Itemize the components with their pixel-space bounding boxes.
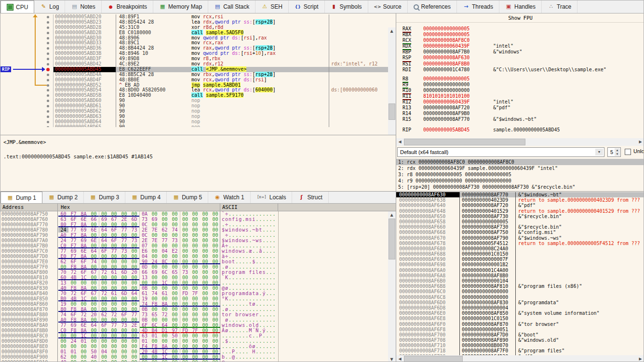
dump-hex-bytes[interactable]: 636F6E6669672E6D7369000000000000 xyxy=(58,217,220,222)
register-value[interactable]: 0000000000000000 xyxy=(423,88,493,93)
stack-row[interactable]: 00000000008AF6C80000000000000000 xyxy=(396,295,644,300)
dump-vscrollbar[interactable]: ▲ ▼ xyxy=(388,211,396,362)
argument-line[interactable]: 5: [rsp+20] 00000000008AF730 00000000008… xyxy=(396,184,644,190)
scroll-thumb[interactable] xyxy=(389,103,395,120)
tab-breakpoints[interactable]: ●Breakpoints xyxy=(102,0,153,13)
dump-hex-bytes[interactable]: 40000000000000000000000000000000 xyxy=(58,360,220,362)
dump-hex-bytes[interactable]: 77696E646F777300E60004E200000000 xyxy=(58,248,220,254)
dump-row[interactable]: 00000000008AF8A077696E646F77732E6F6C6400… xyxy=(0,323,388,328)
dump-tab-dump-4[interactable]: ▦Dump 4 xyxy=(125,192,167,203)
breakpoint-dot[interactable] xyxy=(47,89,49,91)
dump-hex-bytes[interactable]: 190000000000000074F88A0000000000 xyxy=(58,301,220,307)
stack-row[interactable]: 00000000008AF67000000000008AF790&"$windo… xyxy=(396,235,644,241)
dump-row[interactable]: 00000000008AF7C077696E646F777300E60004E2… xyxy=(0,248,388,254)
scroll-thumb[interactable] xyxy=(389,219,395,259)
disasm-gutter[interactable] xyxy=(0,62,54,67)
breakpoint-dot[interactable] xyxy=(47,32,49,34)
stack-row[interactable]: 00000000008AF71800000000008AF7F0&"progra… xyxy=(396,348,644,353)
tab-log[interactable]: ✎Log xyxy=(34,0,65,13)
breakpoint-dot[interactable] xyxy=(47,26,49,29)
tab-notes[interactable]: ▤Notes xyxy=(65,0,101,13)
dump-row[interactable]: 00000000008AF7E0626F6F740000000090248C00… xyxy=(0,259,388,264)
register-row[interactable]: RDX000000000060439F"intel" xyxy=(396,43,644,49)
dump-tab-locals[interactable]: [x=]Locals xyxy=(251,192,293,203)
dump-hex-bytes[interactable]: 604B1C00000000001300000000000000 xyxy=(58,275,220,280)
dump-row[interactable]: 00000000008AF8B0C0F88A00000000004DB4D197… xyxy=(0,328,388,333)
dump-rows[interactable]: 00000000008AF75060F78A00000000000A000000… xyxy=(0,211,388,362)
argument-line[interactable]: 2: rdx 000000000060439F sample.000000000… xyxy=(396,165,644,171)
breakpoint-dot[interactable] xyxy=(47,63,49,65)
dump-hex-bytes[interactable]: C0F78A00000000000700000000000000 xyxy=(58,243,220,248)
breakpoint-dot[interactable] xyxy=(47,42,49,44)
breakpoint-dot[interactable] xyxy=(47,126,49,127)
tab-cpu[interactable]: CPU xyxy=(0,0,34,13)
stack-rows[interactable]: 00000000008AF63000000000008AF770&"$windo… xyxy=(396,192,644,355)
stack-row[interactable]: 00000000008AF71000000000008B0070 xyxy=(396,343,644,348)
dump-hex-bytes[interactable]: 0000000000000000F4F88A0000000000 xyxy=(58,344,220,349)
stack-row[interactable]: 00000000008AF63000000000008AF770&"$windo… xyxy=(396,192,644,197)
register-row[interactable]: R12000000000060439F"intel" xyxy=(396,99,644,105)
stack-row[interactable]: 00000000008AF6C00000000000000000 xyxy=(396,289,644,294)
register-value[interactable]: 00000000008AF9B0 xyxy=(423,111,493,116)
dump-hex-bytes[interactable]: 80F88A00000000000B00000000000000 xyxy=(58,307,220,312)
dump-row[interactable]: 00000000008AF75060F78A00000000000A000000… xyxy=(0,211,388,217)
dump-hex-bytes[interactable]: 2477696E646F77732E7E777300000000 xyxy=(58,238,220,243)
breakpoint-dot[interactable] xyxy=(47,100,49,102)
dump-row[interactable]: 00000000008AF77080F78A00000000000C000000… xyxy=(0,222,388,227)
scroll-left-icon[interactable]: ◀ xyxy=(396,355,403,362)
dump-hex-bytes[interactable]: 80F78A00000000000C00000000000000 xyxy=(58,222,220,227)
tab-symbols[interactable]: ▮Symbols xyxy=(325,0,368,13)
register-value[interactable]: 0000000000000005 xyxy=(423,32,493,38)
tab-trace[interactable]: ∴Trace xyxy=(542,0,577,13)
stack-row[interactable]: 00000000008AF6A000000000001C4A00 xyxy=(396,268,644,273)
disasm-gutter[interactable] xyxy=(0,14,54,20)
register-row[interactable]: R118101010101010100 xyxy=(396,93,644,99)
breakpoint-dot[interactable] xyxy=(47,47,49,50)
tab-memory-map[interactable]: ▦Memory Map xyxy=(153,0,208,13)
register-value[interactable]: 00000000001C4780 xyxy=(423,67,493,73)
dump-row[interactable]: 00000000008AF7802477696E646F77732E7E6274… xyxy=(0,227,388,233)
register-row[interactable]: R1500000000008AF770&"$windows.~bt" xyxy=(396,116,644,122)
register-row[interactable]: R1400000000008AF9B0 xyxy=(396,111,644,116)
dump-hex-bytes[interactable]: 010100500400000020481C0000000000 xyxy=(58,349,220,354)
show-fpu-button[interactable]: Show FPU xyxy=(396,13,644,23)
stack-row[interactable]: 00000000008AF6E800000000001C0150 xyxy=(396,316,644,321)
register-value[interactable]: 8101010101010100 xyxy=(423,93,493,99)
stack-row[interactable]: 00000000008AF6F80000000000000051 xyxy=(396,327,644,332)
dump-hex-bytes[interactable]: 00F88A00000000000D00000000000000 xyxy=(58,264,220,270)
calling-convention-select[interactable]: Default (x64 fastcall)▼ xyxy=(397,147,604,157)
register-value[interactable]: 00000000008AF8B0 xyxy=(423,61,493,67)
scroll-right-icon[interactable]: ▶ xyxy=(637,355,644,362)
stack-row[interactable]: 00000000008AF68800000000001C0150 xyxy=(396,251,644,257)
stack-row[interactable]: 00000000008AF68000000000008C24A0 xyxy=(396,246,644,251)
stack-row[interactable]: 00000000008AF63800000000004023D9return t… xyxy=(396,197,644,203)
breakpoint-dot[interactable] xyxy=(47,16,49,18)
disasm-gutter[interactable] xyxy=(0,46,54,51)
breakpoint-dot[interactable] xyxy=(47,79,49,81)
disasm-gutter[interactable] xyxy=(0,93,54,98)
breakpoint-dot[interactable] xyxy=(47,21,49,24)
dump-hex-bytes[interactable]: 77696E646F77732E6F6C640000000000 xyxy=(58,323,220,328)
register-value[interactable]: 0000000000000005 xyxy=(423,76,493,82)
stack-row[interactable]: 00000000008AF6B00000000000000104 xyxy=(396,278,644,284)
register-row[interactable]: R1300000000008AF720&"pdf" xyxy=(396,105,644,111)
breakpoint-dot[interactable] xyxy=(47,105,49,107)
breakpoint-dot[interactable] xyxy=(47,94,49,97)
disasm-row[interactable]: 00000000005ABD6590nop xyxy=(0,125,388,127)
register-row[interactable]: R80000000000000005 xyxy=(396,76,644,82)
scroll-down-icon[interactable]: ▼ xyxy=(388,356,395,362)
register-list[interactable]: RAX0000000000000005RBX0000000000000005RC… xyxy=(396,23,644,138)
scroll-up-icon[interactable]: ▲ xyxy=(388,27,395,35)
stepper-arrows-icon[interactable]: ▲▼ xyxy=(615,148,620,156)
argument-line[interactable]: 3: r8 0000000000000005 0000000000000005 xyxy=(396,171,644,178)
tab-threads[interactable]: →Threads xyxy=(457,0,499,13)
dump-row[interactable]: 00000000008AF84070726F6772616D6461746100… xyxy=(0,291,388,296)
dump-hex-bytes[interactable]: 70726F6772616D2066696C6573000000 xyxy=(58,270,220,275)
stack-hscrollbar[interactable]: ◀ ▶ xyxy=(396,355,644,362)
breakpoint-dot[interactable] xyxy=(47,74,49,76)
disasm-gutter[interactable] xyxy=(0,88,54,93)
dump-row[interactable]: 00000000008AF890A0F88A00000000000B000000… xyxy=(0,317,388,323)
disasm-gutter[interactable] xyxy=(0,67,54,72)
dump-row[interactable]: 00000000008AF910400000000000000000000000… xyxy=(0,360,388,362)
dump-hex-bytes[interactable]: 00240100000000000100000000000000 xyxy=(58,338,220,344)
